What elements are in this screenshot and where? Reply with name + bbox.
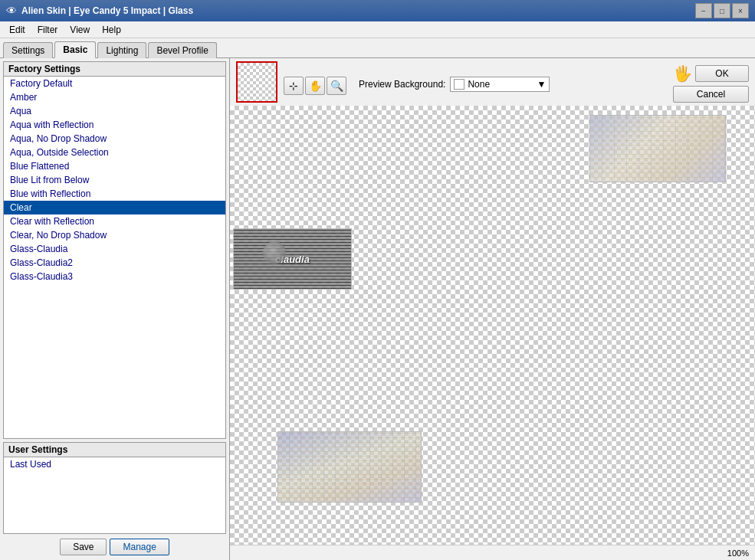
preview-bg-color-swatch [454, 79, 464, 90]
tab-basic[interactable]: Basic [54, 41, 96, 58]
list-item[interactable]: Blue Flattened [4, 159, 225, 173]
ok-button[interactable]: OK [695, 65, 749, 82]
preview-background-area: Preview Background: None ▼ [359, 61, 550, 92]
canvas-area[interactable]: claudia [230, 106, 755, 545]
ok-hand-icon: 🖐 [673, 64, 692, 83]
list-item[interactable]: Aqua, No Drop Shadow [4, 132, 225, 146]
list-item-clear-selected[interactable]: Clear [4, 201, 225, 215]
user-settings-list[interactable]: Last Used [4, 457, 225, 533]
preview-background-select[interactable]: None ▼ [450, 77, 550, 92]
zoom-tool-button[interactable]: 🔍 [327, 77, 346, 95]
factory-settings-header: Factory Settings [4, 62, 225, 77]
user-settings-header: User Settings [4, 443, 225, 457]
preview-background-label: Preview Background: [359, 79, 445, 90]
menu-edit[interactable]: Edit [3, 23, 31, 37]
panel-buttons: Save Manage [3, 537, 226, 557]
left-panel: Factory Settings Factory Default Amber A… [0, 58, 230, 560]
preview-bg-dropdown[interactable]: None ▼ [468, 79, 546, 90]
list-item[interactable]: Glass-Claudia [4, 242, 225, 256]
canvas-preview-middle: claudia [233, 228, 352, 290]
hand-tool-icon: ✋ [309, 80, 322, 92]
user-settings-section: User Settings Last Used [3, 442, 226, 534]
list-item[interactable]: Clear, No Drop Shadow [4, 228, 225, 242]
title-bar: 👁 Alien Skin | Eye Candy 5 Impact | Glas… [0, 0, 755, 21]
hand-tool-button[interactable]: ✋ [305, 77, 325, 95]
zoom-level: 100% [727, 549, 749, 558]
main-layout: Factory Settings Factory Default Amber A… [0, 58, 755, 560]
list-item[interactable]: Blue Lit from Below [4, 173, 225, 187]
tab-bar: Settings Basic Lighting Bevel Profile [0, 38, 755, 58]
menu-filter[interactable]: Filter [31, 23, 64, 37]
tab-settings[interactable]: Settings [3, 42, 53, 58]
list-item[interactable]: Blue with Reflection [4, 187, 225, 201]
list-item[interactable]: Aqua [4, 104, 225, 118]
right-panel: ⊹ ✋ 🔍 Preview Background: None ▼ [230, 58, 755, 560]
close-button[interactable]: × [732, 3, 749, 18]
list-item[interactable]: Aqua, Outside Selection [4, 146, 225, 159]
toolbar-icons: ⊹ ✋ 🔍 [284, 61, 346, 95]
tab-lighting[interactable]: Lighting [97, 42, 146, 58]
factory-settings-list[interactable]: Factory Default Amber Aqua Aqua with Ref… [4, 77, 225, 438]
selection-tool-button[interactable]: ⊹ [284, 77, 304, 95]
list-item[interactable]: Clear with Reflection [4, 215, 225, 228]
cancel-button[interactable]: Cancel [673, 86, 749, 103]
list-item[interactable]: Factory Default [4, 77, 225, 90]
save-button[interactable]: Save [60, 539, 107, 555]
list-item[interactable]: Glass-Claudia2 [4, 256, 225, 270]
list-item[interactable]: Aqua with Reflection [4, 118, 225, 132]
tab-bevel-profile[interactable]: Bevel Profile [148, 42, 216, 58]
window-title: Alien Skin | Eye Candy 5 Impact | Glass [21, 5, 193, 16]
canvas-preview-bottom [277, 431, 422, 503]
menu-bar: Edit Filter View Help [0, 21, 755, 38]
top-controls: ⊹ ✋ 🔍 Preview Background: None ▼ [230, 58, 755, 106]
list-item[interactable]: Amber [4, 90, 225, 104]
menu-view[interactable]: View [64, 23, 96, 37]
menu-help[interactable]: Help [96, 23, 127, 37]
preview-bg-value: None [468, 79, 490, 90]
list-item[interactable]: Glass-Claudia3 [4, 270, 225, 283]
app-icon: 👁 [6, 5, 17, 17]
zoom-tool-icon: 🔍 [330, 80, 343, 92]
factory-settings-section: Factory Settings Factory Default Amber A… [3, 61, 226, 439]
dropdown-arrow-icon: ▼ [537, 79, 547, 90]
maximize-button[interactable]: □ [714, 3, 730, 18]
ok-cancel-area: 🖐 OK Cancel [673, 64, 749, 103]
manage-button[interactable]: Manage [110, 539, 169, 555]
status-bar: 100% [230, 545, 755, 560]
preview-thumbnail [236, 61, 277, 103]
selection-tool-icon: ⊹ [289, 80, 298, 92]
minimize-button[interactable]: − [695, 3, 712, 18]
list-item-last-used[interactable]: Last Used [4, 457, 225, 471]
canvas-preview-top-right [589, 115, 726, 182]
